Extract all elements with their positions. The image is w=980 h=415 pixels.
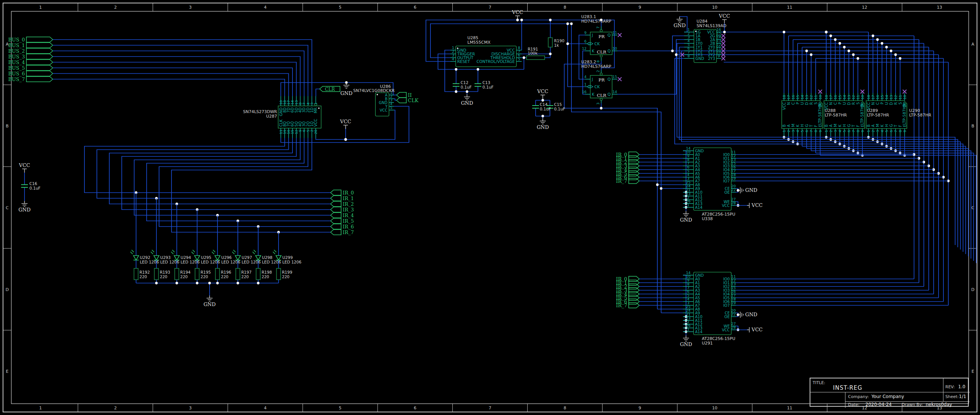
label: 6 (889, 130, 893, 132)
label: U (842, 102, 846, 105)
label: F (898, 125, 902, 127)
border-row-label: B (971, 124, 974, 129)
vcc-label: VCC (340, 119, 351, 124)
junction-dot (542, 99, 544, 102)
net-flag-icon (629, 163, 639, 169)
led-icon (151, 252, 153, 254)
label: 4 (796, 130, 800, 132)
label: 12 (582, 46, 587, 51)
wire (122, 138, 331, 210)
net-label: IR_3 (343, 207, 354, 213)
border-column-label: 1 (39, 405, 42, 410)
junction-dot (208, 282, 211, 285)
junction-dot (455, 68, 458, 71)
wire (394, 99, 396, 100)
led-icon (253, 252, 255, 254)
schematic-canvas: 1122334455667788991010111112121313AABBCC… (0, 0, 980, 415)
net-flag-icon (629, 284, 639, 289)
schematic-sheet: 1122334455667788991010111112121313AABBCC… (0, 0, 980, 415)
led-icon (130, 252, 133, 254)
label: 7 (894, 130, 898, 132)
junction-dot (671, 50, 674, 52)
ref-value: 100k (528, 51, 538, 56)
label: F (814, 125, 818, 127)
resistor-icon (236, 269, 240, 280)
net-flag-icon (26, 37, 53, 42)
junction-dot (852, 54, 855, 56)
net-flag-icon (331, 224, 341, 229)
net-label: IR_7 (616, 178, 627, 184)
label: VCC (824, 102, 829, 110)
net-flag-icon (331, 190, 341, 195)
junction-dot (810, 54, 813, 56)
net-label: CLR (325, 87, 335, 92)
label: 17 (871, 95, 875, 100)
junction-dot (549, 53, 552, 56)
junction-dot (872, 35, 875, 37)
border-column-label: 2 (114, 405, 117, 410)
label: 2Y3 (708, 57, 715, 61)
gnd-label: GND (19, 207, 30, 213)
label: D (889, 102, 893, 105)
resistor-ref: R192 (140, 270, 150, 274)
label: 2 (787, 130, 791, 132)
net-flag-icon (629, 171, 639, 176)
net-flag-icon (26, 60, 53, 65)
component-u291: 14GND10A09A18A27A36A45A54A63A725A824A921… (680, 270, 762, 347)
led-ref: U292 (140, 255, 150, 260)
border-column-label: 8 (563, 5, 566, 10)
component-u338: 14GND10A09A18A27A36A45A54A63A725A824A921… (680, 146, 762, 223)
gnd-label: GND (680, 217, 692, 223)
label: B (824, 124, 829, 127)
label: 28 (731, 325, 736, 329)
label: VCC (782, 102, 786, 110)
label: 14 (800, 95, 804, 100)
junction-dot (894, 54, 897, 56)
label: 10 (612, 46, 617, 51)
vcc-label: VCC (718, 13, 730, 19)
net-label: IR_4 (343, 213, 354, 218)
net-flag-icon (629, 276, 639, 281)
resistor-icon (134, 269, 138, 280)
junction-dot (477, 68, 479, 71)
net-flag-icon (629, 156, 639, 161)
net-label: IR_0 (343, 190, 354, 196)
led-icon (132, 250, 134, 252)
rev-value: 1.0 (958, 384, 965, 390)
component-r190-r191: R1901kR191100k (527, 38, 564, 60)
junction-dot (881, 42, 883, 45)
label: C (834, 102, 837, 105)
resistor-icon (256, 269, 261, 280)
label: F (856, 125, 860, 127)
led-ref: U295 (201, 255, 212, 260)
ref-des: C16 (29, 181, 37, 186)
label: 14 (612, 90, 617, 94)
resistor-ref: R195 (200, 270, 211, 274)
wire (316, 89, 320, 96)
sheet-title: INST-REG (833, 385, 862, 391)
label: 22 (731, 188, 736, 192)
label: A (787, 124, 791, 127)
resistor-ref: R199 (282, 270, 292, 274)
label: 6 (847, 130, 851, 132)
label: A14 (695, 330, 703, 334)
label: T (851, 124, 856, 127)
wire (97, 138, 331, 198)
net-flag-icon (331, 196, 341, 201)
label: 16 (876, 95, 880, 100)
wire (820, 155, 976, 263)
vcc-label: VCC (537, 89, 548, 94)
label: A (829, 124, 833, 127)
border-row-label: D (971, 287, 974, 292)
wire (172, 138, 331, 232)
label: 10 (903, 95, 907, 100)
net-flag-icon (26, 65, 53, 70)
wire (617, 40, 684, 94)
border-column-label: 12 (862, 5, 867, 10)
vcc-label: VCC (511, 10, 523, 15)
junction-dot (523, 57, 525, 59)
label: P (880, 102, 884, 104)
label: U (885, 102, 889, 105)
label: S (856, 102, 860, 104)
gnd-label: GND (537, 124, 549, 130)
